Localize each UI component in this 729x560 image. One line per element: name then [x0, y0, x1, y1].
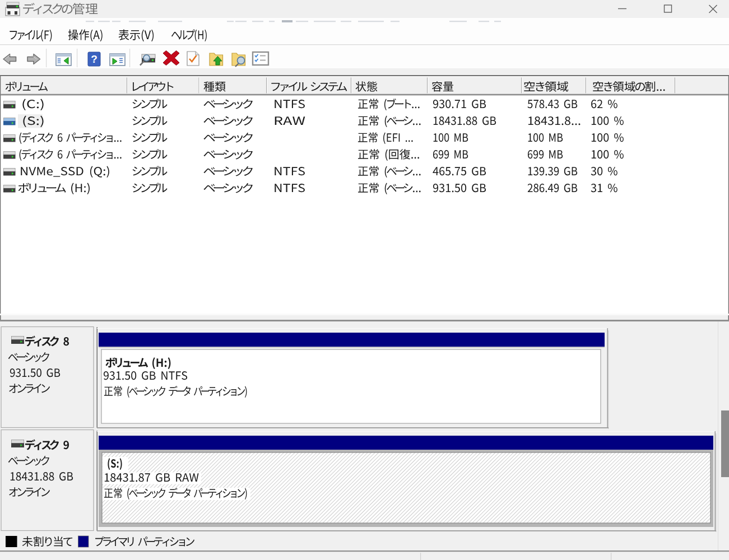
- svg-text:?: ?: [91, 53, 97, 65]
